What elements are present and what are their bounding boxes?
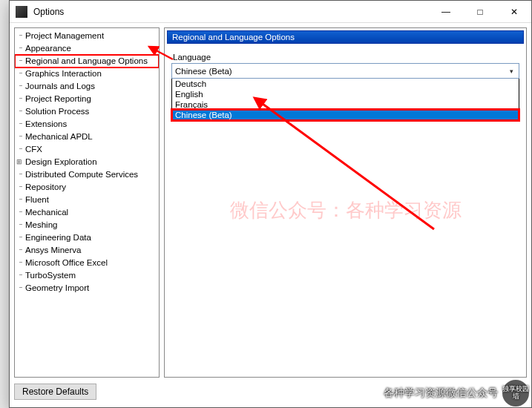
options-tree[interactable]: Project ManagementAppearanceRegional and… (14, 27, 160, 378)
panel-header: Regional and Language Options (167, 30, 524, 44)
tree-item[interactable]: Journals and Logs (15, 80, 159, 93)
dropdown-option[interactable]: English (172, 89, 519, 99)
tree-item[interactable]: CFX (15, 143, 159, 156)
tree-item[interactable]: Geometry Import (15, 282, 159, 295)
tree-item[interactable]: Graphics Interaction (15, 68, 159, 80)
options-dialog: Options — □ ✕ Project ManagementAppearan… (9, 0, 532, 408)
window-title: Options (33, 7, 429, 17)
language-dropdown-list[interactable]: DeutschEnglishFrançaisChinese (Beta) (171, 79, 519, 121)
tree-item[interactable]: Repository (15, 181, 159, 194)
close-button[interactable]: ✕ (497, 1, 531, 22)
tree-item[interactable]: Regional and Language Options (15, 55, 159, 68)
window-controls: — □ ✕ (429, 1, 531, 22)
language-label: Language (173, 53, 519, 62)
restore-defaults-button[interactable]: Restore Defaults (14, 384, 96, 400)
tree-item[interactable]: Distributed Compute Services (15, 168, 159, 181)
tree-item[interactable]: Mechanical (15, 206, 159, 219)
tree-item[interactable]: Appearance (15, 42, 159, 55)
form-area: Language Chinese (Beta) ▾ DeutschEnglish… (167, 44, 524, 125)
dialog-footer: Restore Defaults (14, 384, 96, 403)
tree-item[interactable]: TurboSystem (15, 269, 159, 282)
chevron-down-icon: ▾ (506, 65, 517, 76)
tree-item[interactable]: Ansys Minerva (15, 244, 159, 257)
maximize-button[interactable]: □ (463, 1, 497, 22)
language-combobox[interactable]: Chinese (Beta) ▾ (171, 63, 519, 79)
watermark-text: 微信公众号：各种学习资源 (230, 197, 462, 223)
content-area: Project ManagementAppearanceRegional and… (10, 23, 531, 382)
tree-item[interactable]: Extensions (15, 118, 159, 131)
titlebar: Options — □ ✕ (10, 1, 531, 23)
settings-panel: Regional and Language Options Language C… (164, 27, 527, 378)
tree-item[interactable]: Design Exploration (15, 156, 159, 168)
tree-item[interactable]: Project Management (15, 30, 159, 42)
tree-item[interactable]: Engineering Data (15, 231, 159, 244)
app-icon (16, 6, 27, 18)
dropdown-option[interactable]: Chinese (Beta) (172, 110, 519, 120)
tree-item[interactable]: Project Reporting (15, 93, 159, 105)
dropdown-option[interactable]: Deutsch (172, 79, 519, 89)
language-selected-value: Chinese (Beta) (175, 67, 232, 76)
tree-item[interactable]: Microsoft Office Excel (15, 257, 159, 269)
tree-item[interactable]: Mechanical APDL (15, 131, 159, 143)
tree-item[interactable]: Meshing (15, 219, 159, 231)
minimize-button[interactable]: — (429, 1, 463, 22)
tree-item[interactable]: Fluent (15, 194, 159, 206)
dropdown-option[interactable]: Français (172, 99, 519, 110)
tree-item[interactable]: Solution Process (15, 105, 159, 118)
